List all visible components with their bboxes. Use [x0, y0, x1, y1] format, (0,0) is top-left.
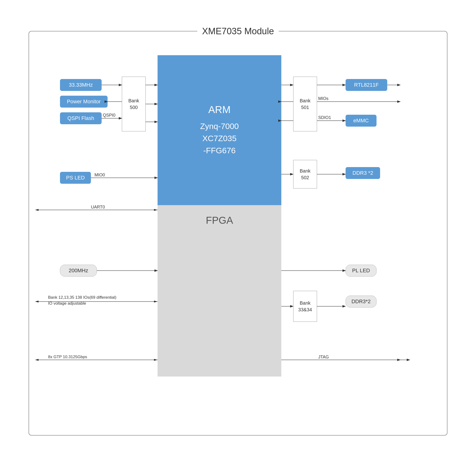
io-voltage-label: IO voltage adjustable [48, 301, 86, 306]
mhz-33-box: 33.33MHz [60, 79, 102, 91]
arm-subtitle: Zynq-7000XC7Z035-FFG676 [200, 120, 239, 157]
arm-label: ARM [208, 104, 230, 116]
svg-marker-25 [35, 301, 38, 303]
module-container: XME7035 Module ARM Zynq-7000XC7Z035-FFG6… [29, 31, 447, 436]
bank-500: Bank500 [122, 77, 146, 131]
emmc-box: eMMC [346, 115, 376, 127]
svg-marker-26 [154, 301, 157, 303]
power-monitor-box: Power Monitor [60, 96, 108, 108]
center-block: ARM Zynq-7000XC7Z035-FFG676 FPGA [157, 55, 281, 376]
qspi0-label: QSPI0 [103, 113, 116, 118]
gtp-label: 8x GTP 10.3125Gbps [48, 355, 87, 359]
uart0-label: UART0 [91, 205, 105, 210]
fpga-section: FPGA [157, 205, 281, 376]
svg-marker-12 [154, 209, 157, 211]
arm-section: ARM Zynq-7000XC7Z035-FFG676 [157, 55, 281, 205]
mios-label: MIOs [318, 96, 328, 101]
bank-ios-label: Bank 12,13,35 138 IOs(69 differential) [48, 295, 116, 300]
ps-led-box: PS LED [60, 172, 91, 184]
jtag-label: JTAG [318, 355, 329, 360]
svg-marker-31 [154, 359, 157, 361]
rtl-box: RTL8211F [346, 79, 387, 91]
bank-3334: Bank33&34 [293, 291, 317, 322]
sdio1-label: SDIO1 [318, 115, 331, 120]
ddr3-502-box: DDR3 *2 [346, 167, 380, 179]
module-title: XME7035 Module [197, 26, 279, 36]
bank-501: Bank501 [293, 77, 317, 131]
qspi-flash-box: QSPI Flash [60, 112, 102, 124]
svg-marker-30 [35, 359, 38, 361]
svg-marker-11 [35, 209, 38, 211]
mio0-label: MIO0 [95, 172, 105, 178]
ddr3-3334-box: DDR3*2 [346, 296, 376, 307]
fpga-label: FPGA [206, 215, 233, 226]
mhz-200-box: 200MHz [60, 265, 97, 276]
pl-led-box: PL LED [346, 265, 376, 276]
bank-502: Bank502 [293, 160, 317, 188]
